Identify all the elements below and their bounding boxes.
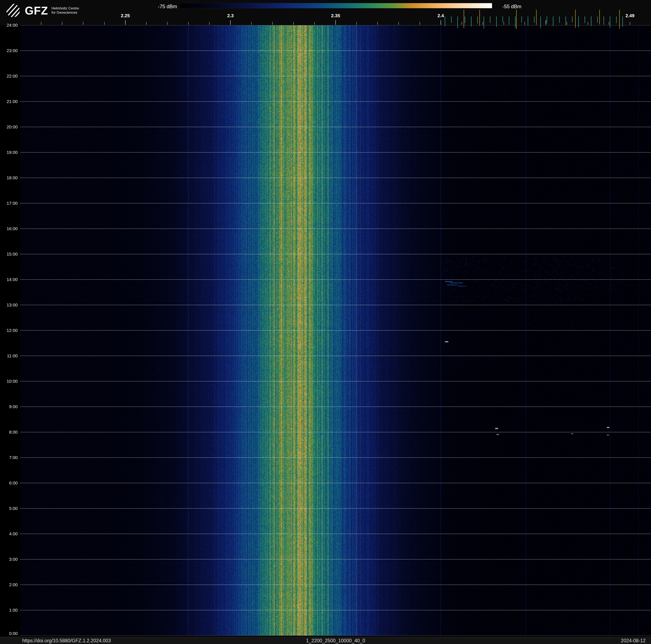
time-tick-label: 2:00 [9,582,18,587]
time-tick-label: 16:00 [6,226,18,231]
brand-subtitle: Helmholtz Centre for Geosciences [52,6,79,15]
spectrogram-canvas [20,25,651,636]
time-tick-label: 13:00 [6,302,18,308]
doi-link[interactable]: https://doi.org/10.5880/GFZ.1.2.2024.003 [22,638,111,643]
brand-text: GFZ [25,5,48,16]
time-tick-label: 15:00 [6,252,18,257]
colorbar-max-label: -55 dBm [502,4,521,9]
time-tick-label: 17:00 [6,201,18,206]
time-tick-label: 23:00 [6,48,18,53]
time-tick-label: 11:00 [7,353,18,358]
time-tick-label: 19:00 [6,150,18,155]
time-tick-label: 3:00 [9,557,18,562]
time-tick-label: 1:00 [9,608,18,613]
brand-subtitle-line1: Helmholtz Centre [52,6,79,10]
time-axis: 24:0023:0022:0021:0020:0019:0018:0017:00… [0,0,19,644]
time-tick-label: 5:00 [9,506,18,511]
time-tick-label: 9:00 [9,404,18,409]
time-tick-label: 24:00 [6,23,18,28]
dataset-id: 1_2200_2500_10000_40_0 [306,638,365,643]
time-tick-label: 7:00 [9,455,18,460]
time-tick-label: 4:00 [9,531,18,536]
time-tick-label: 0:00 [9,631,18,636]
time-tick-label: 8:00 [9,430,18,435]
colorbar [179,3,492,8]
colorbar-min-label: -75 dBm [158,4,177,9]
time-tick-label: 18:00 [6,175,18,180]
footer: https://doi.org/10.5880/GFZ.1.2.2024.003… [0,637,651,644]
header: GFZ Helmholtz Centre for Geosciences -75… [0,0,651,25]
time-tick-label: 22:00 [6,74,18,79]
brand-subtitle-line2: for Geosciences [52,10,79,15]
time-tick-label: 10:00 [6,379,18,384]
time-tick-label: 21:00 [6,99,18,104]
date-label: 2024-08-12 [621,638,646,643]
time-tick-label: 12:00 [6,328,18,333]
time-tick-label: 14:00 [6,277,18,282]
time-tick-label: 6:00 [9,480,18,486]
time-tick-label: 20:00 [6,124,18,129]
